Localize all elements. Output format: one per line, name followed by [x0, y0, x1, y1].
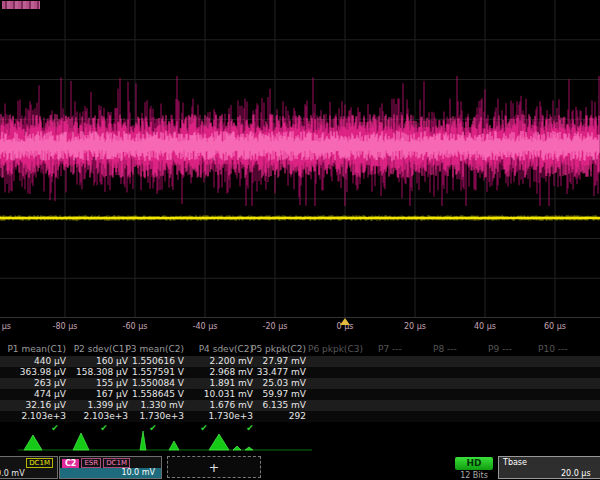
time-tick-label: -80 µs — [53, 322, 78, 331]
param-header-inactive[interactable]: P9 --- — [488, 344, 512, 355]
waveform-graticule — [0, 0, 600, 318]
timebase-axis: -100 µs-80 µs-60 µs-40 µs-20 µs0 µs20 µs… — [0, 318, 600, 336]
add-trace-button[interactable]: + — [167, 456, 261, 478]
c1-coupling-badge: DC1M — [26, 458, 53, 468]
measurement-table: P1 mean(C1)P2 sdev(C1)P3 mean(C2)P4 sdev… — [0, 344, 600, 436]
param-header[interactable]: P5 pkpk(C2) — [236, 344, 306, 355]
param-value: 363.98 µV — [0, 367, 66, 378]
param-value: 2.103e+3 — [0, 411, 66, 422]
histogram-peak — [233, 446, 241, 450]
param-header-inactive[interactable]: P10 --- — [538, 344, 567, 355]
histogram-peak — [209, 434, 229, 450]
c2-scale-value: 10.0 mV — [60, 468, 161, 478]
c2-descriptor-header: C2 ESR DC1M — [60, 457, 161, 468]
table-row: 363.98 µV158.308 µV1.557591 V2.968 mV33.… — [0, 367, 600, 378]
trigger-position-marker[interactable] — [340, 318, 350, 325]
c2-coupling-tag: DC1M — [103, 458, 130, 468]
table-row: 2.103e+32.103e+31.730e+31.730e+3292 — [0, 411, 600, 422]
param-value: 25.03 mV — [236, 378, 306, 389]
hd-bits-label: 12 Bits — [452, 471, 496, 480]
timebase-descriptor[interactable]: Tbase 20.0 µs — [498, 456, 600, 479]
c2-channel-badge: C2 — [62, 459, 79, 468]
c1-scale-value: 10.0 mV — [0, 469, 25, 478]
channel-c2-descriptor[interactable]: C2 ESR DC1M 10.0 mV — [59, 456, 162, 479]
param-value: 474 µV — [0, 389, 66, 400]
time-tick-label: -20 µs — [263, 322, 288, 331]
time-tick-label: -100 µs — [0, 322, 11, 331]
param-value: 1.330 mV — [114, 400, 184, 411]
histogram-peak — [24, 435, 42, 450]
trace-label-fragment — [2, 1, 40, 9]
param-value: 27.97 mV — [236, 356, 306, 367]
param-value: 292 — [236, 411, 306, 422]
param-header[interactable]: P3 mean(C2) — [114, 344, 184, 355]
histogram-peak — [140, 431, 146, 450]
time-tick-label: 20 µs — [404, 322, 426, 331]
c2-esr-tag: ESR — [81, 458, 101, 468]
table-row: 440 µV160 µV1.550616 V2.200 mV27.97 mV — [0, 356, 600, 367]
param-value: 32.16 µV — [0, 400, 66, 411]
tbase-value: 20.0 µs — [499, 467, 600, 478]
measurement-histogram-trace — [0, 428, 600, 458]
param-value: 1.557591 V — [114, 367, 184, 378]
hd-mode-button[interactable]: HD — [455, 457, 493, 470]
table-row: 32.16 µV1.399 µV1.330 mV1.676 mV6.135 mV — [0, 400, 600, 411]
table-row: 474 µV167 µV1.558645 V10.031 mV59.97 mV — [0, 389, 600, 400]
param-header[interactable]: P1 mean(C1) — [0, 344, 66, 355]
tbase-label: Tbase — [499, 457, 600, 467]
param-value: 1.550616 V — [114, 356, 184, 367]
table-row: P1 mean(C1)P2 sdev(C1)P3 mean(C2)P4 sdev… — [0, 344, 600, 355]
param-value: 6.135 mV — [236, 400, 306, 411]
oscilloscope-screen: -100 µs-80 µs-60 µs-40 µs-20 µs0 µs20 µs… — [0, 0, 600, 480]
histogram-peak — [169, 441, 179, 450]
param-header-inactive[interactable]: P8 --- — [433, 344, 457, 355]
param-value: 440 µV — [0, 356, 66, 367]
time-tick-label: -60 µs — [123, 322, 148, 331]
param-header-inactive[interactable]: P6 pkpk(C3) — [308, 344, 363, 355]
param-value: 1.550084 V — [114, 378, 184, 389]
param-header-inactive[interactable]: P7 --- — [378, 344, 402, 355]
descriptor-bar: DC1M 10.0 mV C2 ESR DC1M 10.0 mV + HD 12… — [0, 456, 600, 480]
channel-c1-descriptor[interactable]: DC1M 10.0 mV — [0, 456, 58, 479]
time-tick-label: 40 µs — [474, 322, 496, 331]
time-tick-label: 60 µs — [544, 322, 566, 331]
param-value: 33.477 mV — [236, 367, 306, 378]
param-value: 263 µV — [0, 378, 66, 389]
table-row: 263 µV155 µV1.550084 V1.891 mV25.03 mV — [0, 378, 600, 389]
param-value: 59.97 mV — [236, 389, 306, 400]
param-value: 1.730e+3 — [114, 411, 184, 422]
time-tick-label: -40 µs — [193, 322, 218, 331]
histogram-peak — [73, 433, 89, 450]
histogram-peak — [245, 447, 253, 450]
param-value: 1.558645 V — [114, 389, 184, 400]
